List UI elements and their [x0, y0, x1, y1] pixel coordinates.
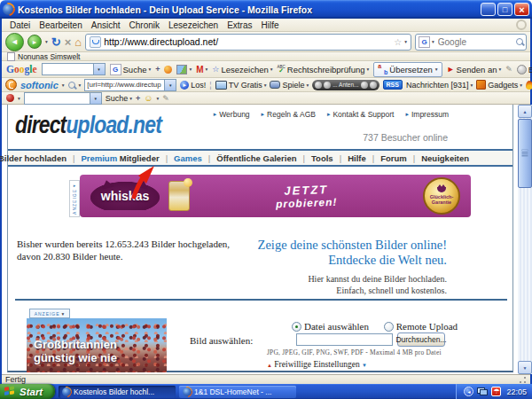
durchsuchen-button[interactable]: Durchsuchen... [397, 332, 445, 347]
site-logo[interactable]: directupload.net [15, 112, 161, 139]
menu-extras[interactable]: Extras [223, 20, 256, 31]
menu-bearbeiten[interactable]: Bearbeiten [35, 20, 86, 31]
menu-lesezeichen[interactable]: Lesezeichen [164, 20, 223, 31]
nav-neuigkeiten[interactable]: Neuigkeiten [421, 153, 469, 163]
smiley-search-input[interactable] [25, 94, 90, 102]
nav-galerien[interactable]: Öffentliche Galerien [216, 153, 296, 163]
player-station-label[interactable]: ... Anten... [332, 82, 358, 88]
url-text[interactable]: http://www.directupload.net/ [104, 36, 391, 47]
back-button[interactable]: ◄ [5, 33, 24, 51]
close-button[interactable]: × [514, 3, 529, 16]
radio-datei-auswaehlen[interactable]: Datei auswählen [292, 321, 369, 332]
scrollbar-thumb[interactable] [518, 119, 532, 188]
search-input[interactable] [436, 36, 514, 48]
address-bar[interactable]: http://www.directupload.net/ ☆ ▾ [85, 34, 411, 51]
radio-selected-icon[interactable] [292, 322, 301, 332]
softonic-dropdown-icon[interactable]: ▾ [62, 82, 65, 88]
smiley-icon[interactable]: ☺ [144, 93, 153, 103]
lesezeichen-button[interactable]: ☆Lesezeichen▾ [212, 65, 272, 74]
gadgets-button[interactable]: Gadgets▾ [476, 80, 522, 90]
player-pause-icon[interactable] [324, 82, 331, 89]
forward-button[interactable]: ► [27, 35, 42, 49]
reload-button[interactable]: ↻ [51, 35, 61, 49]
smiley-search-box[interactable]: ▾ [24, 92, 102, 105]
menu-ansicht[interactable]: Ansicht [87, 20, 125, 31]
vertical-scrollbar[interactable]: ▲ ▼ [518, 105, 532, 374]
nav-bilder-hochladen[interactable]: Bilder hochladen [0, 153, 66, 163]
uebersetzen-button[interactable]: abÜbersetzen▾ [373, 62, 442, 77]
player-play-icon[interactable] [315, 82, 322, 89]
softonic-logo-text[interactable]: softonic [20, 80, 59, 90]
taskbar-task-firefox[interactable]: Kostenlos Bilder hochl... [59, 386, 176, 398]
search-box[interactable]: G ▾ [415, 34, 527, 51]
highlighter-icon[interactable]: ✎ [505, 65, 512, 74]
scroll-down-button[interactable]: ▼ [518, 361, 532, 374]
player-prev-icon[interactable] [361, 82, 368, 89]
smiley-dropdown-icon[interactable]: ▾ [157, 96, 160, 101]
radio-unselected-icon[interactable] [384, 322, 394, 332]
los-button[interactable]: ►Los! [180, 81, 206, 90]
menu-datei[interactable]: Datei [5, 20, 35, 31]
nachrichten-button[interactable]: Nachrichten [931]▾ [406, 81, 473, 90]
softonic-magnifier-icon[interactable] [68, 82, 75, 89]
antivirus-tray-icon[interactable]: ☂ [491, 387, 501, 396]
orange-ball-icon[interactable] [164, 66, 172, 74]
start-button[interactable]: Start [0, 384, 55, 399]
photos-button[interactable]: ▾ [176, 65, 192, 74]
crosshair2-icon[interactable]: + [136, 94, 140, 103]
google-engine-icon[interactable]: G [419, 36, 430, 48]
crosshair-icon[interactable]: + [155, 65, 160, 74]
red-ball-icon[interactable] [6, 94, 14, 102]
nav-games[interactable]: Games [174, 153, 202, 163]
google-toolbar-search-input[interactable]: ▾ [42, 63, 106, 75]
link-kontakt[interactable]: ▸Kontakt & Support [327, 110, 395, 119]
google-suche-button[interactable]: GSuche▾ [110, 64, 152, 75]
url-dropdown-icon[interactable]: ▾ [404, 39, 407, 44]
softonic-search-mode-icon[interactable]: ▾ [79, 82, 82, 88]
player-next-icon[interactable] [370, 82, 377, 89]
tv-gratis-button[interactable]: TV Gratis▾ [215, 81, 267, 90]
link-impressum[interactable]: ▸Impressum [405, 110, 449, 119]
file-path-input[interactable] [296, 333, 393, 346]
history-dropdown-icon[interactable]: ▾ [45, 39, 48, 44]
pencil-icon[interactable]: ✎ [162, 94, 169, 103]
taskbar-task-homenet[interactable]: 1&1 DSL-HomeNet - ... [179, 386, 296, 398]
radio-remote-upload[interactable]: Remote Upload [384, 321, 458, 332]
rss-icon[interactable]: RSS [383, 80, 403, 90]
network-tray-icon[interactable] [477, 387, 488, 395]
softonic-search-input[interactable] [85, 81, 164, 89]
combo-dropdown-icon[interactable]: ▾ [93, 64, 105, 74]
resize-grip[interactable] [519, 376, 527, 384]
bookmark-item[interactable]: Nonunas Simswelt [18, 52, 80, 61]
scroll-up-button[interactable]: ▲ [518, 105, 532, 118]
einstellungen-button[interactable]: Einstellungen▾ [517, 65, 532, 74]
travel-ad-image[interactable]: Großbritanniengünstig wie nie [27, 318, 167, 372]
engine-dropdown-icon[interactable]: ▾ [432, 39, 434, 44]
senden-an-button[interactable]: ►Senden an▾ [447, 65, 502, 74]
softonic-search-box[interactable]: ▾ [84, 79, 176, 91]
nav-forum[interactable]: Forum [380, 153, 407, 163]
minimize-button[interactable]: _ [481, 3, 496, 16]
home-button[interactable]: ⌂ [74, 35, 82, 49]
stop-button[interactable]: × [65, 35, 72, 49]
search-magnifier-icon[interactable] [516, 38, 523, 45]
ad-anzeige-tab[interactable]: ANZEIGE▾ [29, 309, 70, 318]
link-regeln[interactable]: ▸Regeln & AGB [262, 110, 316, 119]
nav-tools[interactable]: Tools [311, 153, 333, 163]
gmail-button[interactable]: M▾ [196, 65, 207, 74]
nav-premium-mitglieder[interactable]: Premium Mitglieder [81, 153, 159, 163]
menu-hilfe[interactable]: Hilfe [257, 20, 284, 31]
nav-hilfe[interactable]: Hilfe [348, 153, 366, 163]
tray-collapse-icon[interactable]: ◄ [464, 387, 473, 396]
smiley-suche-button[interactable]: Suche▾ [106, 94, 132, 103]
spellcheck-button[interactable]: ABC✓Rechtschreibprüfung▾ [278, 65, 370, 74]
window-titlebar[interactable]: Kostenlos Bilder hochladen - Dein Upload… [0, 0, 532, 19]
taskbar-clock[interactable]: 22:05 [506, 387, 527, 396]
menu-chronik[interactable]: Chronik [125, 20, 164, 31]
uebersetzer-button[interactable]: Übersetzer [526, 81, 532, 90]
maximize-button[interactable]: □ [497, 3, 512, 16]
link-werbung[interactable]: ▸Werbung [214, 110, 250, 119]
bookmark-star-icon[interactable]: ☆ [394, 37, 402, 47]
redball-dropdown-icon[interactable]: ▾ [18, 96, 20, 101]
optional-settings-toggle[interactable]: ▲ Freiwillige Einstellungen ▼ [267, 360, 367, 369]
